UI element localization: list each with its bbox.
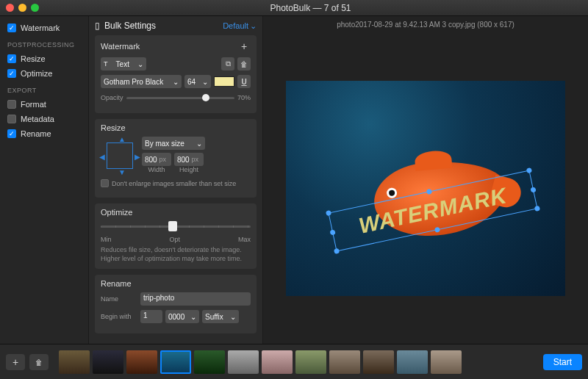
digits-select[interactable]: 0000⌄ [165,310,199,323]
watermark-panel: Watermark + TText⌄ ⧉ 🗑 Gotham Pro Black⌄… [95,35,257,113]
minimize-window-button[interactable] [18,4,26,12]
sidebar-item-resize[interactable]: ✓ Resize [4,53,84,65]
panel-title: Resize [101,123,126,132]
maximize-window-button[interactable] [31,4,39,12]
thumbnail[interactable] [397,350,428,374]
delete-watermark-button[interactable]: 🗑 [237,57,251,71]
position-select[interactable]: Suffix⌄ [202,310,239,323]
preview-image[interactable]: WATERMARK [286,81,565,296]
preview-filename: photo2017-08-29 at 9.42.13 AM 3 copy.jpg… [263,16,588,33]
checkbox-icon[interactable]: ✓ [7,69,16,78]
resize-constraint-widget[interactable]: ▲ ▼ ◀ ▶ [101,137,139,175]
close-window-button[interactable] [6,4,14,12]
start-button[interactable]: Start [543,354,582,370]
opacity-value: 70% [237,94,251,101]
thumbnail[interactable] [59,350,90,374]
height-input[interactable]: 800 px [174,153,204,166]
opacity-slider[interactable] [126,93,234,103]
dont-enlarge-label: Don't enlarge images smaller than set si… [112,180,236,187]
duplicate-watermark-button[interactable]: ⧉ [221,57,234,71]
underline-toggle[interactable]: U [237,75,251,88]
sidebar-item-optimize[interactable]: ✓ Optimize [4,68,84,79]
width-input[interactable]: 800 px [142,153,171,166]
thumbnail[interactable] [194,350,225,374]
font-select[interactable]: Gotham Pro Black⌄ [101,75,182,88]
thumbnail[interactable] [363,350,394,374]
sidebar-item-format[interactable]: Format [4,98,84,110]
titlebar: PhotoBulk — 7 of 51 [0,0,588,16]
sidebar-item-label: Format [21,100,46,109]
chevron-down-icon: ⌄ [137,60,143,68]
sidebar-section-postprocessing: POSTPROCESSING [4,41,84,48]
checkbox-icon[interactable] [7,100,16,109]
begin-with-input[interactable]: 1 [140,310,162,323]
chevron-down-icon: ⌄ [190,313,196,321]
thumbnail[interactable] [262,350,293,374]
panel-title: Rename [101,279,132,288]
chevron-down-icon: ⌄ [250,21,257,31]
optimize-help: Reduces file size, doesn't deteriorate t… [101,246,251,263]
font-size-input[interactable]: 64⌄ [184,75,211,88]
thumbnail-strip [53,350,539,374]
resize-mode-select[interactable]: By max size⌄ [142,137,205,150]
chevron-down-icon: ⌄ [230,313,236,321]
sidebar-item-rename[interactable]: ✓ Rename [4,128,84,140]
thumbnail[interactable] [228,350,259,374]
panel-title: Watermark [101,42,140,51]
thumbnail[interactable] [93,350,123,374]
name-label: Name [101,295,137,303]
checkbox-icon[interactable]: ✓ [7,129,16,138]
settings-title: ▯ Bulk Settings [95,21,156,31]
window-controls [6,4,39,12]
sidebar: ✓ Watermark POSTPROCESSING ✓ Resize ✓ Op… [0,16,88,344]
color-picker[interactable] [214,76,234,87]
watermark-type-select[interactable]: TText⌄ [101,57,146,71]
thumbnail[interactable] [295,350,326,374]
preview-pane: photo2017-08-29 at 9.42.13 AM 3 copy.jpg… [263,16,588,344]
sidebar-item-label: Optimize [21,69,52,78]
preset-dropdown[interactable]: Default ⌄ [223,21,257,31]
sidebar-item-label: Rename [21,129,51,138]
plus-icon [12,356,18,368]
bottom-bar: Start [0,344,588,379]
checkbox-icon[interactable]: ✓ [7,24,16,32]
rename-panel: Rename Name trip-photo Begin with 1 0000… [95,275,257,333]
rename-name-input[interactable]: trip-photo [140,292,251,306]
sidebar-item-label: Resize [21,54,46,63]
settings-column: ▯ Bulk Settings Default ⌄ Watermark + TT… [88,16,263,344]
dont-enlarge-checkbox[interactable] [101,179,109,187]
optimize-slider[interactable] [101,221,251,234]
remove-image-button[interactable] [29,354,49,370]
begin-with-label: Begin with [101,313,137,320]
trash-icon [35,357,43,367]
opacity-label: Opacity [101,94,123,101]
sidebar-item-watermark[interactable]: ✓ Watermark [4,22,84,34]
sidebar-item-label: Metadata [21,115,54,123]
chevron-down-icon: ⌄ [196,140,202,148]
thumbnail[interactable] [431,350,462,374]
thumbnail[interactable] [329,350,360,374]
thumbnail[interactable] [126,350,157,374]
sidebar-item-metadata[interactable]: Metadata [4,113,84,125]
add-watermark-button[interactable]: + [237,40,251,53]
checkbox-icon[interactable] [7,115,16,123]
window-title: PhotoBulk — 7 of 51 [39,3,582,13]
optimize-panel: Optimize Min Opt Max Reduces file size, … [95,203,257,269]
panel-title: Optimize [101,208,132,217]
resize-panel: Resize ▲ ▼ ◀ ▶ By max size⌄ 800 px [95,119,257,198]
add-images-button[interactable] [6,354,25,370]
checkbox-icon[interactable]: ✓ [7,54,16,63]
chevron-down-icon: ⌄ [202,78,208,86]
sidebar-section-export: EXPORT [4,87,84,94]
chevron-down-icon: ⌄ [173,78,179,86]
sidebar-item-label: Watermark [21,24,60,32]
thumbnail[interactable] [160,350,191,374]
panel-icon: ▯ [95,21,100,31]
